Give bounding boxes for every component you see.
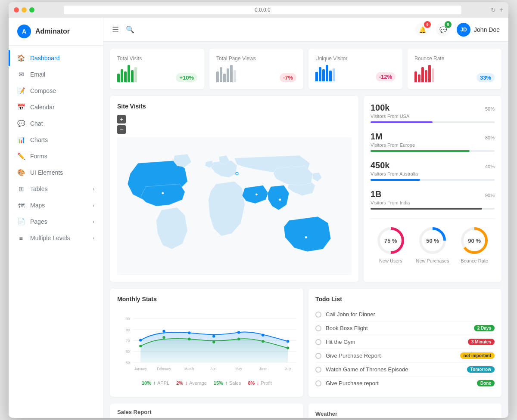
visitor-bar-fill	[371, 208, 482, 210]
traffic-lights	[14, 7, 34, 12]
todo-item: Call John for Dinner	[315, 308, 495, 321]
sidebar-item-maps[interactable]: 🗺 Maps ›	[9, 197, 103, 213]
chart-dot	[237, 338, 240, 340]
todo-item: Hit the Gym 3 Minutes	[315, 335, 495, 349]
sales-card: Sales Report November 2017 Sales Report …	[110, 404, 303, 418]
todo-item: Watch Game of Thrones Episode Tomorrow	[315, 363, 495, 377]
todo-checkbox[interactable]	[315, 339, 321, 345]
legend-label: APPL	[157, 380, 169, 386]
browser-window: 0.0.0.0 ↻ + A Adminator 🏠 Dashboard ✉ Em…	[9, 2, 508, 418]
sidebar-item-label: Tables	[30, 185, 47, 192]
brand-name: Adminator	[35, 28, 70, 35]
donut-pct: 50 %	[426, 238, 439, 244]
todo-item: Give Purchase report Done	[315, 377, 495, 390]
todo-checkbox[interactable]	[315, 353, 321, 359]
sidebar-item-chat[interactable]: 💬 Chat	[9, 115, 103, 132]
sidebar-item-calendar[interactable]: 📅 Calendar	[9, 99, 103, 115]
notification-badge: 9	[424, 21, 431, 28]
marker-middle-east[interactable]	[255, 193, 258, 196]
bar	[121, 69, 123, 82]
sidebar-item-email[interactable]: ✉ Email	[9, 66, 103, 83]
todo-checkbox[interactable]	[315, 380, 321, 386]
svg-text:March: March	[184, 367, 194, 371]
todo-item: Book Boss Flight 2 Days	[315, 321, 495, 335]
donut-label: New Users	[379, 258, 402, 263]
legend-item-sales: 15% ↑ Sales	[214, 380, 241, 386]
sidebar-item-ui-elements[interactable]: 🎨 UI Elements	[9, 164, 103, 181]
visitor-count: 1B	[371, 189, 382, 199]
sidebar-item-label: Dashboard	[30, 55, 60, 62]
chart-dot	[139, 339, 142, 341]
map-zoom-in[interactable]: +	[117, 115, 126, 124]
visitor-row-australia: 450k 40% Visitors From Australia	[371, 161, 495, 181]
sidebar-item-label: Forms	[30, 153, 47, 160]
legend-pct: 2%	[176, 380, 183, 386]
url-bar[interactable]: 0.0.0.0	[64, 6, 461, 14]
tables-icon: ⊞	[17, 185, 25, 193]
line-chart-svg: 90 80 70 60 50 January February March Ap…	[117, 308, 296, 377]
header: ☰ 🔍 🔔 9 💬 5 JD John Doe	[103, 18, 508, 42]
user-menu[interactable]: JD John Doe	[457, 23, 500, 37]
todo-badge: not important	[460, 352, 495, 359]
svg-text:May: May	[235, 367, 242, 371]
donut-new-users: 75 % New Users	[376, 225, 406, 263]
sidebar-item-forms[interactable]: ✏️ Forms	[9, 148, 103, 164]
country-india	[268, 185, 289, 210]
todo-checkbox[interactable]	[315, 367, 321, 373]
search-icon[interactable]: 🔍	[126, 25, 134, 34]
todo-text: Give Purchase Report	[326, 352, 456, 359]
weather-title: Weather	[315, 411, 495, 417]
sidebar-item-label: Email	[30, 71, 45, 78]
svg-text:January: January	[134, 367, 147, 371]
svg-text:70: 70	[126, 339, 130, 343]
sidebar-item-tables[interactable]: ⊞ Tables ›	[9, 181, 103, 197]
refresh-icon[interactable]: ↻	[491, 6, 496, 13]
close-button[interactable]	[14, 7, 19, 12]
bar	[421, 67, 424, 82]
visitor-label: Visitors From Australia	[371, 171, 495, 176]
chart-dot	[188, 338, 190, 340]
todo-checkbox[interactable]	[315, 312, 321, 318]
notifications-button[interactable]: 🔔 9	[415, 23, 429, 37]
stat-title: Total Page Views	[216, 56, 296, 62]
marker-india[interactable]	[279, 198, 281, 201]
todo-checkbox[interactable]	[315, 325, 321, 331]
country-australia	[284, 216, 331, 252]
visitor-row-india: 1B 90% Visitors From India	[371, 189, 495, 210]
sidebar-item-dashboard[interactable]: 🏠 Dashboard	[9, 50, 103, 66]
todo-title: Todo List	[315, 296, 495, 303]
levels-icon: ≡	[17, 234, 25, 242]
sidebar-item-pages[interactable]: 📄 Pages ›	[9, 213, 103, 230]
marker-australia[interactable]	[305, 236, 307, 239]
world-map[interactable]	[117, 137, 352, 275]
home-icon: 🏠	[17, 54, 25, 62]
sidebar-item-charts[interactable]: 📊 Charts	[9, 132, 103, 148]
pages-icon: 📄	[17, 218, 25, 225]
sidebar-item-label: UI Elements	[30, 169, 63, 176]
chart-dot	[287, 346, 289, 349]
stat-bars	[414, 65, 434, 82]
marker-usa[interactable]	[162, 192, 164, 195]
messages-button[interactable]: 💬 5	[436, 23, 450, 37]
visitor-bar-fill	[371, 121, 433, 123]
visitor-bar	[371, 150, 495, 152]
sidebar-item-compose[interactable]: 📝 Compose	[9, 83, 103, 99]
map-zoom-out[interactable]: −	[117, 125, 126, 134]
hamburger-icon[interactable]: ☰	[112, 25, 119, 34]
new-tab-button[interactable]: +	[499, 6, 503, 14]
stat-change: -12%	[376, 72, 396, 81]
visitor-bar-fill	[371, 150, 470, 152]
minimize-button[interactable]	[22, 7, 27, 12]
maximize-button[interactable]	[29, 7, 34, 12]
chart-area: 90 80 70 60 50 January February March Ap…	[117, 308, 296, 377]
stat-bottom: +10%	[117, 65, 197, 82]
legend-pct: 15%	[214, 380, 223, 386]
email-icon: ✉	[17, 71, 25, 78]
todo-text: Call John for Dinner	[326, 311, 495, 318]
stat-change: 33%	[477, 73, 495, 82]
sidebar-item-multiple-levels[interactable]: ≡ Multiple Levels ›	[9, 230, 103, 246]
chart-dot	[262, 334, 264, 337]
marker-europe[interactable]	[236, 172, 238, 175]
visitor-row-usa: 100k 50% Visitors From USA	[371, 103, 495, 123]
legend-label: Sales	[229, 380, 241, 386]
